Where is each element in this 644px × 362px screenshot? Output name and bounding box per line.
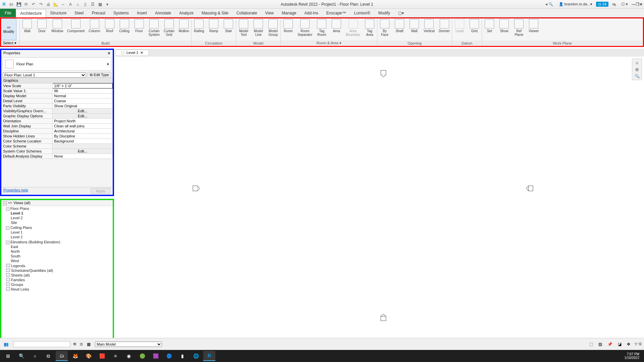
browser-root[interactable]: –👓 Views (all) bbox=[1, 200, 113, 206]
tree-item[interactable]: Level 1 bbox=[11, 211, 113, 216]
home-icon[interactable]: ⌂ bbox=[636, 60, 638, 65]
copilot-icon[interactable]: 🎨 bbox=[83, 351, 95, 361]
select-face-icon[interactable]: ◪ bbox=[618, 342, 622, 347]
tree-item[interactable]: Sheets (all) bbox=[6, 273, 113, 278]
design-options-icon[interactable]: ▦ bbox=[87, 342, 91, 347]
graphics-group-header[interactable]: Graphics bbox=[1, 78, 113, 83]
edge-icon[interactable]: 🌐 bbox=[190, 351, 202, 361]
tree-item[interactable]: West bbox=[11, 258, 113, 263]
cart-icon[interactable]: 🛍 bbox=[610, 2, 618, 7]
zoom-icon[interactable]: 🔍 bbox=[635, 74, 640, 78]
elevation-marker-east[interactable] bbox=[526, 185, 533, 192]
tool-ref-plane[interactable]: Ref Plane bbox=[512, 18, 526, 41]
tab-precast[interactable]: Precast bbox=[88, 9, 109, 17]
elevation-marker-south[interactable] bbox=[380, 314, 387, 321]
tool-curtain-system[interactable]: Curtain System bbox=[147, 18, 162, 41]
start-button[interactable]: ⊞ bbox=[2, 351, 14, 361]
tool-area[interactable]: Area bbox=[329, 18, 344, 40]
tab-systems[interactable]: Systems bbox=[109, 9, 133, 17]
app-icon-2[interactable]: ◉ bbox=[123, 351, 135, 361]
tab-addins[interactable]: Add-Ins bbox=[300, 9, 322, 17]
workset-input[interactable] bbox=[13, 341, 70, 347]
task-view-icon[interactable]: ⧉ bbox=[42, 351, 54, 361]
type-selector[interactable]: Floor Plan ▾ bbox=[3, 57, 111, 71]
elevation-marker-west[interactable] bbox=[193, 185, 200, 192]
tab-analyze[interactable]: Analyze bbox=[175, 9, 198, 17]
vscode-icon[interactable]: ≡ bbox=[109, 351, 121, 361]
align-icon[interactable]: ↔ bbox=[60, 2, 66, 7]
filter-icon[interactable]: ▽ :0 bbox=[635, 342, 641, 346]
thin-lines-icon[interactable]: ☰ bbox=[90, 2, 95, 7]
tool-tag-room[interactable]: Tag Room bbox=[314, 18, 329, 40]
tree-branch[interactable]: –Floor PlansLevel 1Level 2Site bbox=[6, 206, 113, 225]
tool-door[interactable]: Door bbox=[35, 18, 49, 41]
tree-item[interactable]: Revit Links bbox=[6, 287, 113, 292]
tool-by-face[interactable]: By Face bbox=[377, 18, 392, 41]
tab-collaborate[interactable]: Collaborate bbox=[232, 9, 261, 17]
navigation-bar[interactable]: ⌂ ◎ 🔍 bbox=[632, 59, 642, 80]
tree-item[interactable]: North bbox=[11, 249, 113, 254]
view-tab-close-icon[interactable]: ✕ bbox=[140, 51, 143, 55]
tool-roof[interactable]: Roof bbox=[102, 18, 117, 41]
tree-item[interactable]: Groups bbox=[6, 282, 113, 287]
3d-icon[interactable]: ⌂ bbox=[75, 2, 80, 7]
tool-wall[interactable]: Wall bbox=[20, 18, 35, 41]
tool-railing[interactable]: Railing bbox=[192, 18, 206, 41]
undo-icon[interactable]: ↶ bbox=[31, 2, 36, 7]
tool-shaft[interactable]: Shaft bbox=[392, 18, 407, 41]
tab-structure[interactable]: Structure bbox=[46, 9, 70, 17]
prop-value[interactable]: Background bbox=[53, 139, 113, 144]
tool-floor[interactable]: Floor bbox=[132, 18, 147, 41]
prop-value[interactable]: 1/8" = 1'-0" bbox=[53, 83, 113, 88]
instance-selector[interactable]: Floor Plan: Level 1 bbox=[3, 72, 86, 78]
tab-expand-icon[interactable]: ▢▾ bbox=[394, 9, 408, 17]
tree-item[interactable]: Level 2 bbox=[11, 216, 113, 220]
tree-item[interactable]: Families bbox=[6, 278, 113, 282]
design-option-select[interactable]: Main Model bbox=[95, 342, 162, 347]
full-nav-wheel-icon[interactable]: ◎ bbox=[635, 67, 639, 72]
properties-help-link[interactable]: Properties help bbox=[3, 188, 28, 194]
app-icon-1[interactable]: 🟥 bbox=[96, 351, 108, 361]
apply-button[interactable]: Apply bbox=[91, 188, 111, 194]
search-button[interactable]: 🔍 bbox=[15, 351, 28, 361]
redo-icon[interactable]: ↷ bbox=[38, 2, 44, 7]
tab-view[interactable]: View bbox=[261, 9, 278, 17]
spotify-icon[interactable]: 🟢 bbox=[136, 351, 148, 361]
tool-column[interactable]: Column bbox=[87, 18, 102, 41]
tab-enscape[interactable]: Enscape™ bbox=[322, 9, 350, 17]
tool-viewer[interactable]: Viewer bbox=[526, 18, 541, 41]
select-pinned-icon[interactable]: 📌 bbox=[607, 342, 612, 347]
close-views-icon[interactable]: ▦ bbox=[97, 2, 103, 7]
prop-value[interactable]: None bbox=[53, 154, 113, 159]
terminal-icon[interactable]: ▮ bbox=[176, 351, 189, 361]
view-tab-level1[interactable]: ⬚ Level 1 ✕ bbox=[115, 50, 149, 56]
save-icon[interactable]: 💾 bbox=[16, 2, 21, 7]
prop-value[interactable]: Normal bbox=[53, 94, 113, 99]
tool-model-group[interactable]: Model Group bbox=[266, 18, 280, 41]
prop-value[interactable]: 96 bbox=[53, 88, 113, 94]
prop-value[interactable]: Architectural bbox=[53, 129, 113, 134]
tool-mullion[interactable]: Mullion bbox=[176, 18, 191, 41]
tool-ceiling[interactable]: Ceiling bbox=[117, 18, 132, 41]
tab-annotate[interactable]: Annotate bbox=[151, 9, 175, 17]
text-icon[interactable]: A bbox=[68, 2, 73, 7]
select-underlay-icon[interactable]: ▨ bbox=[598, 342, 602, 347]
tool-dormer[interactable]: Dormer bbox=[437, 18, 452, 41]
tool-room-separator[interactable]: Room Separator bbox=[296, 18, 314, 40]
tool-component[interactable]: Component bbox=[65, 18, 87, 41]
editable-only-icon[interactable]: ⧉ bbox=[73, 342, 76, 346]
prop-value[interactable]: Edit... bbox=[53, 149, 113, 154]
prop-value[interactable]: Show Original bbox=[53, 104, 113, 109]
tab-insert[interactable]: Insert bbox=[133, 9, 151, 17]
tool-ramp[interactable]: Ramp bbox=[206, 18, 221, 41]
tree-item[interactable]: Legends bbox=[6, 263, 113, 268]
prop-value[interactable]: Edit... bbox=[53, 109, 113, 114]
tool-model-text[interactable]: Model Text bbox=[236, 18, 251, 41]
measure-icon[interactable]: 📐 bbox=[53, 2, 58, 7]
search-icon[interactable]: ◂ 🔍 bbox=[544, 2, 555, 7]
tab-lumion[interactable]: Lumion® bbox=[350, 9, 374, 17]
tab-architecture[interactable]: Architecture bbox=[16, 9, 46, 17]
sync-icon[interactable]: ⟳ bbox=[23, 2, 29, 7]
file-tab[interactable]: File bbox=[0, 9, 16, 17]
tree-item[interactable]: Level 2 bbox=[11, 235, 113, 239]
